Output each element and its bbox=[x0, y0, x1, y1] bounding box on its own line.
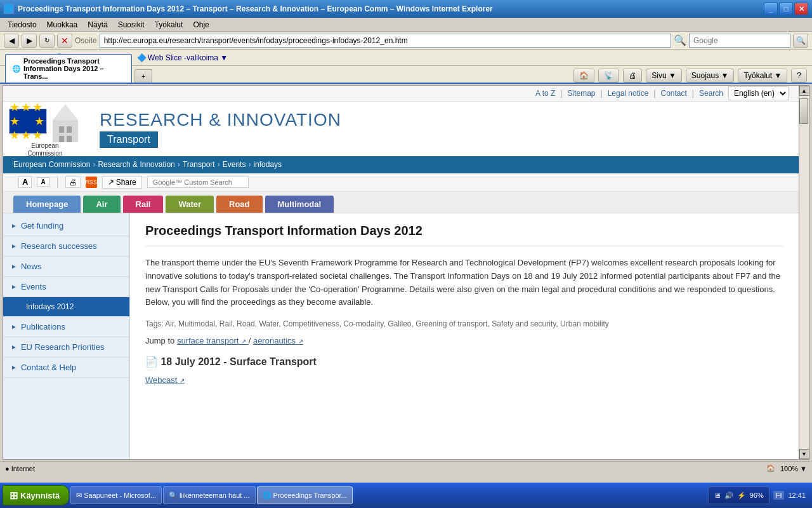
building-graphic bbox=[49, 101, 81, 142]
close-button[interactable]: ✕ bbox=[794, 3, 808, 15]
share-button[interactable]: ↗ Share bbox=[102, 176, 142, 189]
refresh-button[interactable]: ↻ bbox=[39, 34, 55, 48]
print-page-button[interactable]: 🖨 bbox=[65, 177, 81, 188]
sidebar-item-funding[interactable]: ► Get funding bbox=[3, 216, 129, 236]
ri-title-area: RESEARCH & INNOVATION Transport bbox=[100, 110, 341, 148]
scroll-track[interactable] bbox=[799, 96, 809, 449]
scrollbar[interactable]: ▲ ▼ bbox=[799, 86, 809, 459]
tab-proceedings[interactable]: 🌐 Proceedings Transport Information Days… bbox=[5, 54, 132, 83]
breadcrumb-ec[interactable]: European Commission bbox=[13, 160, 90, 169]
rss-button[interactable]: RSS bbox=[86, 177, 97, 188]
status-right: 🏠 100% ▼ bbox=[766, 464, 807, 472]
arrow-icon: ► bbox=[11, 222, 17, 229]
taskbar-proceedings[interactable]: 🌐 Proceedings Transpor... bbox=[257, 486, 353, 504]
sidebar-item-contact[interactable]: ► Contact & Help bbox=[3, 358, 129, 378]
search-link[interactable]: Search bbox=[699, 89, 723, 98]
tab-homepage[interactable]: Homepage bbox=[13, 196, 81, 213]
aeronautics-link[interactable]: aeronautics ↗ bbox=[253, 336, 303, 345]
section-date: 📄 18 July 2012 - Surface Transport bbox=[145, 356, 783, 368]
scroll-up-button[interactable]: ▲ bbox=[799, 86, 809, 96]
sidebar-item-infodays[interactable]: Infodays 2012 bbox=[3, 297, 129, 317]
commission-label: EuropeanCommission bbox=[27, 142, 62, 157]
home-button[interactable]: 🏠 bbox=[573, 69, 594, 83]
breadcrumb-events[interactable]: Events bbox=[223, 160, 246, 169]
scroll-down-button[interactable]: ▼ bbox=[799, 449, 809, 459]
taskbar-saapuneet[interactable]: ✉ Saapuneet - Microsof... bbox=[70, 486, 162, 504]
ie-icon: 🌐 bbox=[4, 4, 14, 14]
custom-search-input[interactable] bbox=[147, 177, 249, 188]
start-button[interactable]: ⊞ Käynnistä bbox=[3, 485, 69, 505]
webcast-link[interactable]: Webcast ↗ bbox=[145, 375, 185, 385]
menu-muokkaa[interactable]: Muokkaa bbox=[42, 19, 83, 30]
help-button[interactable]: ? bbox=[791, 69, 807, 83]
webslice-fav[interactable]: 🔷 Web Slice -valikoima ▼ bbox=[137, 53, 228, 62]
home-status-icon: 🏠 bbox=[766, 464, 775, 472]
menu-nayta[interactable]: Näytä bbox=[82, 19, 112, 30]
article-body: The transport theme under the EU's Seven… bbox=[145, 257, 783, 309]
article-area: Proceedings Transport Information Days 2… bbox=[130, 213, 799, 459]
system-tray: 🖥 🔊 ⚡ 96% bbox=[708, 486, 769, 504]
mail-icon: ✉ bbox=[76, 491, 82, 500]
svg-rect-2 bbox=[59, 126, 64, 133]
tools-button[interactable]: Työkalut ▼ bbox=[738, 69, 787, 83]
ri-title: RESEARCH & INNOVATION bbox=[100, 110, 341, 130]
tab-new[interactable]: + bbox=[134, 69, 152, 83]
breadcrumb-infodays[interactable]: infodays bbox=[253, 160, 282, 169]
search-area: 🔍 🔍 bbox=[674, 34, 808, 48]
tab-rail[interactable]: Rail bbox=[123, 196, 164, 213]
minimize-button[interactable]: _ bbox=[764, 3, 778, 15]
sidebar-item-publications[interactable]: ► Publications bbox=[3, 317, 129, 337]
eu-flag: ★★★★ ★★★★ bbox=[9, 109, 47, 134]
print-button[interactable]: 🖨 bbox=[623, 69, 642, 83]
svg-rect-0 bbox=[53, 120, 78, 142]
tab-air[interactable]: Air bbox=[83, 196, 120, 213]
search-input[interactable] bbox=[689, 34, 790, 48]
page-button[interactable]: Sivu ▼ bbox=[646, 69, 682, 83]
text-size-large-button[interactable]: A bbox=[18, 176, 32, 188]
legal-link[interactable]: Legal notice bbox=[608, 89, 649, 98]
tab-bar: 🌐 Proceedings Transport Information Days… bbox=[0, 66, 812, 84]
breadcrumb-ri[interactable]: Research & Innovation bbox=[98, 160, 174, 169]
safety-button[interactable]: Suojaus ▼ bbox=[686, 69, 735, 83]
atoz-link[interactable]: A to Z bbox=[535, 89, 555, 98]
sidebar: ► Get funding ► Research successes ► New… bbox=[3, 213, 130, 459]
sidebar-item-events[interactable]: ► Events bbox=[3, 277, 129, 297]
stop-button[interactable]: ✕ bbox=[57, 34, 72, 48]
tab-water[interactable]: Water bbox=[166, 196, 214, 213]
sidebar-item-research-successes[interactable]: ► Research successes bbox=[3, 236, 129, 257]
search-taskbar-icon: 🔍 bbox=[169, 491, 178, 500]
arrow-icon: ► bbox=[11, 263, 17, 270]
address-input[interactable] bbox=[100, 34, 671, 48]
maximize-button[interactable]: □ bbox=[779, 3, 793, 15]
scroll-thumb[interactable] bbox=[799, 98, 808, 124]
feeds-button[interactable]: 📡 bbox=[598, 69, 619, 83]
menu-tyokalut[interactable]: Työkalut bbox=[150, 19, 188, 30]
arrow-icon: ► bbox=[11, 364, 17, 371]
window-controls[interactable]: _ □ ✕ bbox=[764, 3, 808, 15]
tab-road[interactable]: Road bbox=[216, 196, 263, 213]
sidebar-item-news[interactable]: ► News bbox=[3, 257, 129, 277]
language-select[interactable]: English (en) bbox=[728, 86, 789, 100]
search-icon: 🔍 bbox=[674, 34, 686, 46]
text-size-small-button[interactable]: A bbox=[37, 177, 49, 187]
address-bar: ◀ ▶ ↻ ✕ Osoite 🔍 🔍 bbox=[0, 32, 812, 50]
sitemap-link[interactable]: Sitemap bbox=[567, 89, 595, 98]
search-submit-button[interactable]: 🔍 bbox=[793, 34, 808, 48]
svg-rect-3 bbox=[67, 126, 72, 133]
section-tabs: Homepage Air Rail Water Road Multimodal bbox=[3, 192, 799, 213]
battery-percent: 96% bbox=[750, 491, 764, 499]
svg-marker-1 bbox=[53, 104, 78, 120]
status-text: ● Internet bbox=[5, 465, 35, 472]
back-button[interactable]: ◀ bbox=[4, 34, 19, 48]
menu-ohje[interactable]: Ohje bbox=[188, 19, 214, 30]
tab-multimodal[interactable]: Multimodal bbox=[265, 196, 334, 213]
taskbar-liikenneteeman[interactable]: 🔍 liikenneteeman haut ... bbox=[163, 486, 256, 504]
forward-button[interactable]: ▶ bbox=[22, 34, 37, 48]
sidebar-item-eu-research[interactable]: ► EU Research Priorities bbox=[3, 337, 129, 358]
language-indicator: FI bbox=[773, 491, 785, 500]
surface-transport-link[interactable]: surface transport ↗ bbox=[177, 336, 249, 345]
menu-suosikit[interactable]: Suosikit bbox=[113, 19, 150, 30]
contact-link[interactable]: Contact bbox=[660, 89, 686, 98]
menu-tiedosto[interactable]: Tiedosto bbox=[3, 19, 42, 30]
breadcrumb-transport[interactable]: Transport bbox=[183, 160, 215, 169]
